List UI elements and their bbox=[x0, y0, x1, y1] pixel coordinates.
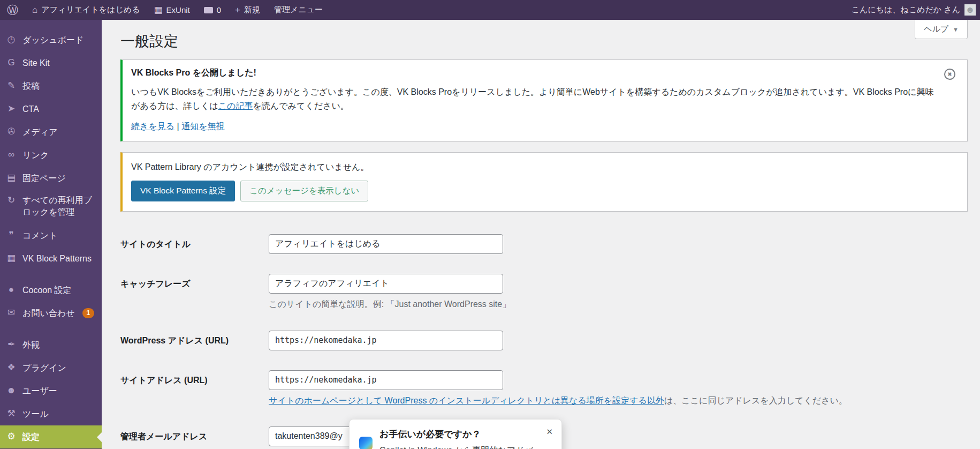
dismiss-notice-icon[interactable]: ✖ bbox=[944, 69, 955, 80]
form-row-site-title: サイトのタイトル bbox=[120, 234, 968, 254]
sidebar-item-label: コメント bbox=[22, 230, 58, 242]
sidebar-item-cocoon-settings[interactable]: ● Cocoon 設定 bbox=[0, 279, 102, 302]
hide-message-button[interactable]: このメッセージを表示しない bbox=[240, 181, 368, 201]
home-icon: ⌂ bbox=[32, 5, 37, 14]
different-directory-link[interactable]: サイトのホームページとして WordPress のインストールディレクトリとは異… bbox=[269, 396, 664, 405]
notice-body: いつもVK Blocksをご利用いただきありがとうございます。この度、VK Bl… bbox=[131, 85, 935, 114]
admin-bar-left: Ⓦ ⌂ アフィリエイトをはじめる ▦ ExUnit 0 + 新規 管理メニュー bbox=[0, 0, 330, 20]
site-address-field: サイトのホームページとして WordPress のインストールディレクトリとは異… bbox=[269, 370, 847, 407]
page-title: 一般設定 bbox=[120, 25, 968, 53]
notice-message: VK Pattern Library のアカウント連携が設定されていません。 bbox=[131, 160, 935, 174]
dashboard-icon: ◷ bbox=[5, 34, 17, 46]
contact-mail-icon: ✉ bbox=[5, 307, 17, 319]
sitekit-icon: G bbox=[5, 57, 17, 69]
reusable-blocks-icon: ↻ bbox=[5, 194, 17, 207]
sidebar-item-label: 固定ページ bbox=[22, 173, 66, 184]
site-title-label: サイトのタイトル bbox=[120, 234, 269, 254]
tagline-input[interactable] bbox=[269, 274, 503, 294]
copilot-icon bbox=[359, 437, 373, 449]
cocoon-icon: ● bbox=[5, 284, 17, 296]
tagline-field: このサイトの簡単な説明。例: 「Just another WordPress s… bbox=[269, 274, 511, 310]
wordpress-logo-icon: Ⓦ bbox=[7, 4, 18, 16]
site-address-label: サイトアドレス (URL) bbox=[120, 370, 269, 407]
sidebar-item-vk-block-patterns[interactable]: ▦ VK Block Patterns bbox=[0, 247, 102, 270]
sidebar-separator bbox=[0, 270, 102, 279]
read-more-link[interactable]: 続きを見る bbox=[131, 122, 174, 131]
copilot-popup-body: Copilot in Windows から専門的なアドバ bbox=[379, 445, 533, 449]
sidebar-item-label: 設定 bbox=[22, 431, 40, 443]
tagline-description: このサイトの簡単な説明。例: 「Just another WordPress s… bbox=[269, 298, 511, 310]
exunit-label: ExUnit bbox=[166, 5, 190, 14]
admin-bar-site-name[interactable]: ⌂ アフィリエイトをはじめる bbox=[25, 0, 147, 20]
copilot-suggestion-popup: お手伝いが必要ですか？ Copilot in Windows から専門的なアドバ… bbox=[349, 419, 562, 449]
avatar: ☻ bbox=[964, 4, 976, 16]
copilot-popup-text: お手伝いが必要ですか？ Copilot in Windows から専門的なアドバ bbox=[379, 428, 533, 449]
sidebar-item-label: VK Block Patterns bbox=[22, 253, 92, 265]
article-link[interactable]: この記事 bbox=[218, 101, 253, 110]
admin-sidebar: ◷ ダッシュボード G Site Kit ✎ 投稿 ➤ CTA ✇ メディア ∞… bbox=[0, 20, 102, 449]
mute-notification-link[interactable]: 通知を無視 bbox=[181, 122, 224, 131]
sidebar-item-reusable-blocks[interactable]: ↻ すべての再利用ブロックを管理 bbox=[0, 190, 102, 224]
comments-count: 0 bbox=[217, 5, 221, 14]
sidebar-item-label: 外観 bbox=[22, 339, 40, 351]
sidebar-item-label: リンク bbox=[22, 149, 49, 161]
site-title-input[interactable] bbox=[269, 234, 503, 254]
sidebar-item-label: プラグイン bbox=[22, 362, 66, 374]
exunit-icon: ▦ bbox=[154, 5, 163, 14]
sidebar-item-dashboard[interactable]: ◷ ダッシュボード bbox=[0, 28, 102, 51]
sidebar-item-contact[interactable]: ✉ お問い合わせ 1 bbox=[0, 302, 102, 325]
sidebar-item-label: すべての再利用ブロックを管理 bbox=[22, 194, 97, 218]
users-icon: ☻ bbox=[5, 385, 17, 397]
admin-bar-comments[interactable]: 0 bbox=[197, 0, 228, 20]
sidebar-item-media[interactable]: ✇ メディア bbox=[0, 121, 102, 144]
notice-title: VK Blocks Pro を公開しました! bbox=[131, 68, 935, 79]
sidebar-item-appearance[interactable]: ✒ 外観 bbox=[0, 333, 102, 356]
sidebar-item-plugins[interactable]: ❖ プラグイン bbox=[0, 356, 102, 379]
sidebar-item-users[interactable]: ☻ ユーザー bbox=[0, 379, 102, 402]
help-label: ヘルプ bbox=[924, 24, 948, 34]
vk-pattern-library-notice: VK Pattern Library のアカウント連携が設定されていません。 V… bbox=[120, 152, 968, 212]
sidebar-item-label: ダッシュボード bbox=[22, 34, 83, 46]
sidebar-item-sitekit[interactable]: G Site Kit bbox=[0, 51, 102, 74]
wordpress-address-input[interactable] bbox=[269, 331, 503, 350]
admin-bar-exunit[interactable]: ▦ ExUnit bbox=[147, 0, 197, 20]
form-row-tagline: キャッチフレーズ このサイトの簡単な説明。例: 「Just another Wo… bbox=[120, 274, 968, 310]
wordpress-logo-menu[interactable]: Ⓦ bbox=[0, 0, 25, 20]
sidebar-item-cta[interactable]: ➤ CTA bbox=[0, 98, 102, 121]
sidebar-item-settings[interactable]: ⚙ 設定 bbox=[0, 425, 102, 448]
admin-bar-new[interactable]: + 新規 bbox=[228, 0, 267, 20]
comments-bubble-icon bbox=[204, 7, 213, 13]
help-dropdown-button[interactable]: ヘルプ ▼ bbox=[915, 20, 968, 39]
vk-blocks-pro-notice: VK Blocks Pro を公開しました! いつもVK Blocksをご利用い… bbox=[120, 59, 968, 141]
tagline-label: キャッチフレーズ bbox=[120, 274, 269, 310]
sidebar-item-label: ユーザー bbox=[22, 385, 57, 397]
sidebar-item-pages[interactable]: ▤ 固定ページ bbox=[0, 167, 102, 190]
site-address-input[interactable] bbox=[269, 370, 503, 390]
vk-block-patterns-settings-button[interactable]: VK Block Patterns 設定 bbox=[131, 181, 235, 201]
main-content: 一般設定 VK Blocks Pro を公開しました! いつもVK Blocks… bbox=[102, 20, 980, 449]
sidebar-item-comments[interactable]: ❞ コメント bbox=[0, 224, 102, 247]
sidebar-item-tools[interactable]: ⚒ ツール bbox=[0, 402, 102, 425]
sidebar-item-posts[interactable]: ✎ 投稿 bbox=[0, 74, 102, 98]
form-row-site-address: サイトアドレス (URL) サイトのホームページとして WordPress のイ… bbox=[120, 370, 968, 407]
pages-icon: ▤ bbox=[5, 172, 17, 184]
sidebar-item-links[interactable]: ∞ リンク bbox=[0, 144, 102, 167]
admin-bar-admin-menu[interactable]: 管理メニュー bbox=[267, 0, 330, 20]
form-row-wordpress-address: WordPress アドレス (URL) bbox=[120, 331, 968, 350]
links-icon: ∞ bbox=[5, 149, 17, 161]
site-name-label: アフィリエイトをはじめる bbox=[41, 5, 140, 15]
admin-bar-account[interactable]: こんにちは、ねこめだか さん ☻ bbox=[852, 0, 976, 20]
plugins-icon: ❖ bbox=[5, 362, 17, 374]
admin-bar: Ⓦ ⌂ アフィリエイトをはじめる ▦ ExUnit 0 + 新規 管理メニュー … bbox=[0, 0, 980, 20]
sidebar-item-label: Cocoon 設定 bbox=[22, 285, 72, 296]
site-address-description: サイトのホームページとして WordPress のインストールディレクトリとは異… bbox=[269, 395, 847, 407]
contact-count-badge: 1 bbox=[82, 308, 95, 318]
posts-icon: ✎ bbox=[5, 80, 17, 92]
copilot-popup-title: お手伝いが必要ですか？ bbox=[379, 428, 533, 440]
cta-icon: ➤ bbox=[5, 103, 17, 115]
copilot-close-icon[interactable]: ✕ bbox=[546, 427, 553, 437]
sidebar-item-label: メディア bbox=[22, 126, 58, 138]
sidebar-item-label: 投稿 bbox=[22, 80, 40, 92]
plus-icon: + bbox=[235, 5, 240, 14]
link-separator: | bbox=[177, 122, 179, 131]
